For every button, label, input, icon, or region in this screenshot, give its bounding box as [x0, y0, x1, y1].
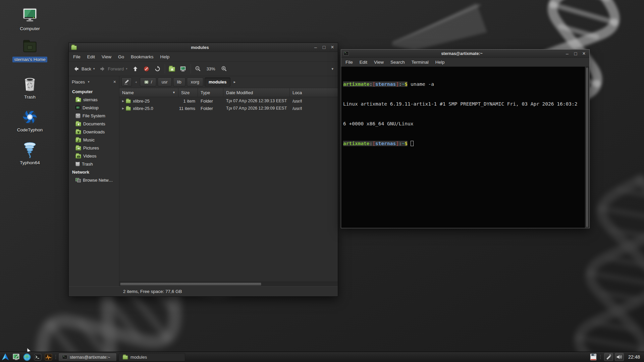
computer-icon [21, 7, 39, 25]
vertical-scrollbar[interactable] [585, 67, 589, 228]
terminal-output[interactable]: artixmate:[sternas]:~$uname -a Linux art… [341, 67, 585, 228]
desktop-icon-codetyphon[interactable]: CodeTyphon [11, 108, 48, 133]
view-selector-dropdown[interactable]: ▾ [328, 63, 336, 74]
path-crumb-usr[interactable]: usr [158, 77, 172, 86]
launcher-system-monitor[interactable] [43, 352, 54, 362]
zoom-out-button[interactable] [193, 63, 203, 74]
terminal-menu-edit[interactable]: Edit [356, 57, 371, 67]
panel-handle[interactable] [54, 352, 57, 362]
fm-menu-file[interactable]: File [70, 52, 84, 62]
horizontal-scrollbar[interactable] [119, 282, 338, 286]
removable-media-icon[interactable] [590, 353, 597, 361]
path-crumb-xorg[interactable]: xorg [187, 77, 203, 86]
launcher-terminal[interactable] [32, 352, 43, 362]
desktop-icon-computer[interactable]: Computer [11, 7, 48, 32]
terminal-window: sternas@artixmate:~ – □ × File Edit View… [341, 49, 590, 228]
sidebar-item-downloads[interactable]: Downloads [69, 128, 119, 136]
sidebar-item-trash[interactable]: Trash [69, 160, 119, 168]
clock[interactable]: 22:48 [626, 354, 642, 360]
home-button[interactable] [167, 63, 177, 74]
maximize-button[interactable]: □ [321, 44, 327, 50]
minimize-button[interactable]: – [564, 51, 570, 57]
computer-button[interactable] [177, 63, 189, 74]
forward-arrow-icon [99, 66, 106, 72]
terminal-menu-view[interactable]: View [371, 57, 387, 67]
horizontal-scrollbar-thumb[interactable] [120, 283, 261, 286]
fm-menu-go[interactable]: Go [115, 52, 127, 62]
terminal-line-prompt: artixmate:[sternas]:~$ [343, 140, 583, 147]
back-history-dropdown-icon[interactable]: ▾ [93, 67, 95, 70]
close-button[interactable]: × [581, 51, 587, 57]
minimize-button[interactable]: – [313, 44, 319, 50]
terminal-menu-terminal[interactable]: Terminal [408, 57, 432, 67]
volume-tray-button[interactable] [615, 353, 624, 361]
column-header-type[interactable]: Type [198, 88, 223, 97]
forward-button[interactable]: Forward ▾ [97, 63, 129, 74]
expander-icon[interactable]: ▶ [122, 100, 124, 103]
path-crumb-lib[interactable]: lib [173, 77, 185, 86]
taskbar-window-modules[interactable]: modules [119, 353, 185, 361]
computer-icon [179, 65, 186, 72]
vertical-scrollbar-thumb[interactable] [586, 67, 588, 227]
file-row-xlibre-25[interactable]: ▶ xlibre-25 1 item Folder Τρι 07 Απρ 202… [119, 97, 338, 105]
close-button[interactable]: × [329, 44, 335, 50]
edit-location-button[interactable] [121, 77, 132, 86]
desktop-icon-label: Trash [22, 94, 37, 100]
terminal-menu-file[interactable]: File [342, 57, 356, 67]
reload-button[interactable] [152, 63, 163, 74]
stop-icon [143, 66, 150, 72]
forward-history-dropdown-icon[interactable]: ▾ [126, 67, 127, 70]
maximize-button[interactable]: □ [573, 51, 579, 57]
chevron-down-icon: ▾ [331, 67, 333, 71]
fm-titlebar[interactable]: modules – □ × [69, 43, 338, 52]
desktop-icon [75, 106, 80, 110]
column-header-size[interactable]: Size [178, 88, 198, 97]
network-tray-button[interactable] [604, 353, 613, 361]
zoom-out-icon [195, 66, 201, 72]
sidebar-item-home[interactable]: sternas [69, 96, 119, 104]
desktop-icon-trash[interactable]: Trash [11, 75, 48, 100]
sidebar-item-pictures[interactable]: Pictures [69, 144, 119, 152]
sidebar-item-videos[interactable]: Videos [69, 152, 119, 160]
up-button[interactable] [130, 63, 141, 74]
expander-icon[interactable]: ▶ [122, 107, 124, 110]
launcher-display-settings[interactable] [11, 352, 21, 362]
desktop-icon-home[interactable]: sternas's Home [11, 38, 48, 62]
column-header-location[interactable]: Loca [290, 88, 338, 97]
sidebar-places-selector[interactable]: Places ▾ × [69, 76, 119, 87]
home-folder-icon [75, 98, 81, 102]
file-row-xlibre-25-0[interactable]: ▶ xlibre-25.0 11 items Folder Τρι 07 Απρ… [119, 105, 338, 112]
column-header-name[interactable]: Name ▼ [119, 88, 178, 97]
path-scroll-right[interactable]: ▸ [232, 80, 237, 84]
sidebar-item-documents[interactable]: Documents [69, 120, 119, 128]
stop-button[interactable] [141, 63, 152, 74]
fm-menu-help[interactable]: Help [157, 52, 173, 62]
desktop-icon-typhon64[interactable]: Typhon64 [11, 141, 48, 166]
fm-menu-edit[interactable]: Edit [84, 52, 98, 62]
terminal-menu-search[interactable]: Search [387, 57, 408, 67]
launcher-browser[interactable] [21, 352, 32, 362]
terminal-menu-help[interactable]: Help [432, 57, 448, 67]
sidebar-item-browse-network[interactable]: Browse Netw… [69, 176, 119, 184]
column-header-date-modified[interactable]: Date Modified [223, 88, 290, 97]
terminal-titlebar[interactable]: sternas@artixmate:~ – □ × [341, 50, 589, 58]
terminal-cursor [411, 141, 414, 146]
typhon64-icon [21, 141, 39, 159]
path-crumb-modules[interactable]: modules [205, 77, 230, 86]
fm-menu-view[interactable]: View [98, 52, 115, 62]
menu-launcher-artix[interactable] [0, 352, 11, 362]
sidebar-close-icon[interactable]: × [113, 79, 116, 84]
path-root-button[interactable]: / [140, 77, 156, 86]
sidebar-item-filesystem[interactable]: File System [69, 112, 119, 120]
sidebar-item-music[interactable]: Music [69, 136, 119, 144]
fm-toolbar: Back ▾ Forward ▾ [69, 62, 338, 76]
sidebar-item-desktop[interactable]: Desktop [69, 104, 119, 112]
zoom-in-button[interactable] [219, 63, 229, 74]
path-scroll-left[interactable]: ◂ [133, 80, 139, 84]
taskbar-window-terminal[interactable]: sternas@artixmate:~ [58, 353, 117, 361]
fm-menu-bookmarks[interactable]: Bookmarks [127, 52, 157, 62]
desktop-icon-label: CodeTyphon [15, 127, 45, 133]
tray-handle[interactable] [599, 352, 602, 362]
back-button[interactable]: Back ▾ [71, 63, 97, 74]
downloads-folder-icon [75, 130, 81, 134]
